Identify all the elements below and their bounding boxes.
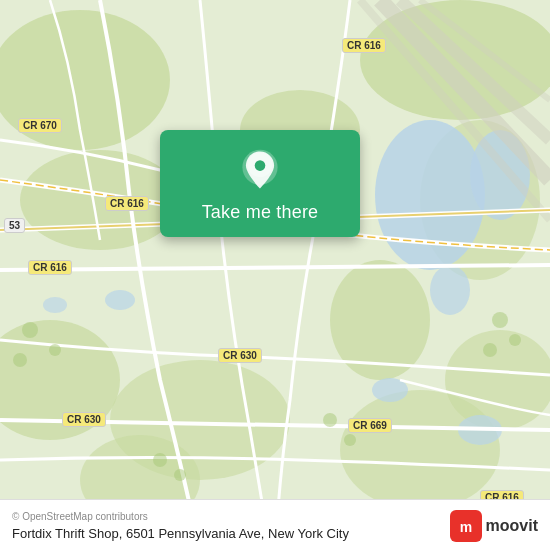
moovit-icon: m xyxy=(450,510,482,542)
bottom-left-info: © OpenStreetMap contributors Fortdix Thr… xyxy=(12,511,349,541)
svg-point-32 xyxy=(483,343,497,357)
road-label-cr616-bot: CR 616 xyxy=(28,260,72,275)
moovit-text: moovit xyxy=(486,517,538,535)
map-background xyxy=(0,0,550,550)
svg-point-14 xyxy=(430,265,470,315)
popup-card: Take me there xyxy=(160,130,360,237)
svg-point-35 xyxy=(323,413,337,427)
bottom-bar: © OpenStreetMap contributors Fortdix Thr… xyxy=(0,499,550,550)
svg-point-28 xyxy=(49,344,61,356)
place-name: Fortdix Thrift Shop, 6501 Pennsylvania A… xyxy=(12,526,349,541)
svg-point-36 xyxy=(344,434,356,446)
road-label-cr616-mid: CR 616 xyxy=(105,196,149,211)
svg-point-10 xyxy=(445,330,550,430)
svg-point-34 xyxy=(174,469,186,481)
road-label-cr616-top: CR 616 xyxy=(342,38,386,53)
svg-point-39 xyxy=(255,160,266,171)
take-me-there-button[interactable]: Take me there xyxy=(202,202,319,223)
svg-point-18 xyxy=(43,297,67,313)
road-label-cr630-bot: CR 630 xyxy=(62,412,106,427)
svg-point-31 xyxy=(509,334,521,346)
svg-point-30 xyxy=(492,312,508,328)
map-container: CR 616 CR 670 CR 616 53 CR 616 CR 630 CR… xyxy=(0,0,550,550)
svg-text:m: m xyxy=(459,519,471,535)
svg-point-17 xyxy=(105,290,135,310)
moovit-logo: m moovit xyxy=(450,510,538,542)
road-label-cr53: 53 xyxy=(4,218,25,233)
svg-point-29 xyxy=(13,353,27,367)
svg-point-27 xyxy=(22,322,38,338)
location-pin-icon xyxy=(238,148,282,192)
svg-point-33 xyxy=(153,453,167,467)
osm-attribution: © OpenStreetMap contributors xyxy=(12,511,349,522)
road-label-cr669: CR 669 xyxy=(348,418,392,433)
road-label-cr670: CR 670 xyxy=(18,118,62,133)
road-label-cr630-mid: CR 630 xyxy=(218,348,262,363)
